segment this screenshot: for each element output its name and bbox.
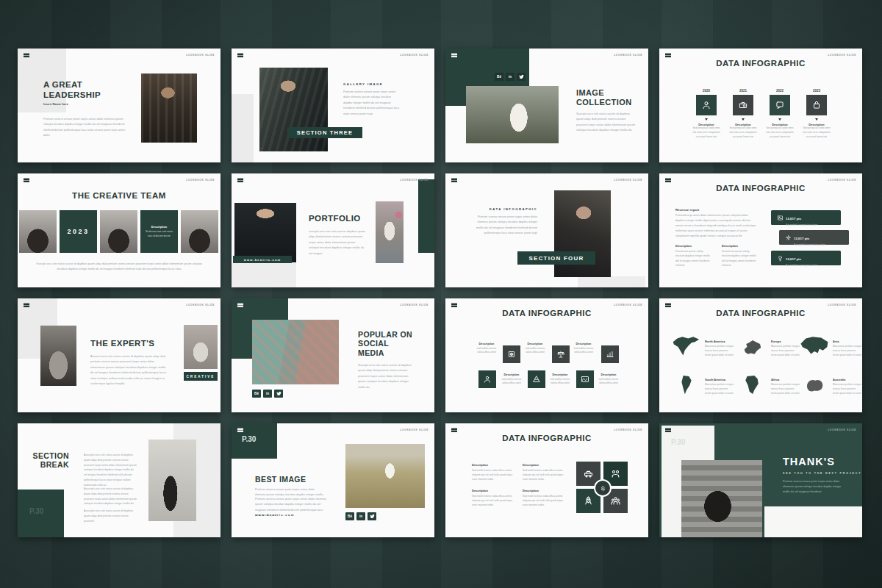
description-tile: Description Sit dictumi sum cum natus na… <box>140 210 178 253</box>
europe-map-icon <box>742 338 764 357</box>
eyebrow-heading: DATA INFOGRAPHIC <box>471 207 537 211</box>
stat-caption: A wonderful serenity has taken <box>786 223 817 226</box>
description-body: sed mollitia tenetur soluta officia amet <box>595 378 622 386</box>
slide-body: Suscipit arcu iste natus auctor id dapib… <box>358 362 417 390</box>
slide-section-break[interactable]: SECTION BREAK P.30 Asuscipit arcu iste n… <box>18 423 220 537</box>
photo-expert-portrait <box>184 325 218 369</box>
bag-icon <box>806 95 827 115</box>
user-icon <box>696 95 717 115</box>
slide-data-infographic-matrix[interactable]: LOOKBOOK SLIDE DATA INFOGRAPHIC Descript… <box>445 423 648 537</box>
description-body: sed mollitia tenetur soluta officia amet <box>547 378 573 386</box>
description-block: Description sed mollitia tenetur soluta … <box>547 373 573 385</box>
paragraph: Asuscipit arcu iste natus auctor id dapi… <box>84 509 137 523</box>
description-label: Description <box>151 225 167 229</box>
lookbook-label: LOOKBOOK SLIDE <box>400 429 429 431</box>
description-body: sed mollitia tenetur soluta officia amet <box>498 378 525 386</box>
description-block: Description Sed mollit tenetur seda offi… <box>472 463 513 481</box>
text-block: DATA INFOGRAPHIC Pretium viverra ornare … <box>471 207 537 236</box>
slide-portfolio[interactable]: LOOKBOOK SLIDE www.beatric.com PORTFOLIO… <box>232 173 434 287</box>
slide-popular-on-social-media[interactable]: LOOKBOOK SLIDE Bē in POPULAR ON SOCIAL M… <box>232 298 434 412</box>
description-body: Sed mollit tenetur seda officia anims al… <box>523 468 564 481</box>
description-label: Description <box>722 244 759 248</box>
lookbook-label: LOOKBOOK SLIDE <box>828 304 856 306</box>
slide-data-infographic-zigzag[interactable]: LOOKBOOK SLIDE DATA INFOGRAPHIC Descript… <box>445 298 648 412</box>
linkedin-icon: in <box>263 390 272 398</box>
scales-icon <box>552 345 570 363</box>
description-body: Sed perspiciat unde omni iste natu error… <box>692 126 721 140</box>
year-label: 2022 <box>765 89 795 93</box>
creative-banner: CREATIVE <box>184 372 218 381</box>
pyramid-icon <box>528 370 545 388</box>
slide-data-infographic-map[interactable]: LOOKBOOK SLIDE DATA INFOGRAPHIC North Am… <box>659 298 862 412</box>
description-label: Description <box>498 373 525 376</box>
slide-a-great-leadership[interactable]: LOOKBOOK SLIDE A GREAT LEADERSHIP Insert… <box>18 49 220 162</box>
description-body: Demetrium ipsum volutp tincitum dapibus … <box>722 249 759 268</box>
slide-data-infographic-timeline[interactable]: LOOKBOOK SLIDE DATA INFOGRAPHIC 2020 Des… <box>659 49 862 162</box>
brand-logo-icon <box>665 428 671 432</box>
brand-logo-icon <box>24 178 29 182</box>
slide-data-infographic-revenue[interactable]: LOOKBOOK SLIDE DATA INFOGRAPHIC Revenue … <box>659 173 862 287</box>
region-body: Maecenas porttitor congue massa fusce po… <box>771 345 800 358</box>
decor-gray-block <box>232 94 254 162</box>
stat-bar: 12,617 ptsA wonderful serenity has taken <box>771 251 841 265</box>
brand-logo-icon <box>237 53 243 57</box>
behance-icon: Bē <box>345 512 354 520</box>
stat-value: 12,617 pts <box>786 217 801 220</box>
year-label: 2023 <box>802 89 831 93</box>
brand-logo-icon <box>451 53 457 57</box>
lookbook-label: LOOKBOOK SLIDE <box>828 54 856 57</box>
timeline-item: 2021 Description Sed perspiciat unde omn… <box>728 89 758 140</box>
brand-logo-icon <box>24 53 29 57</box>
region-name: South America <box>705 378 725 381</box>
linkedin-icon: in <box>506 73 514 81</box>
description-label: Description <box>675 244 712 248</box>
caret-down-icon <box>742 118 745 121</box>
lookbook-label: LOOKBOOK SLIDE <box>186 179 215 182</box>
timeline-item: 2023 Description Sed perspiciat unde omn… <box>802 89 831 140</box>
brand-logo-icon <box>237 178 243 182</box>
slide-body: Suscipit arcu iste natus auctor id dapib… <box>576 111 637 133</box>
timeline-columns: 2020 Description Sed perspiciat unde omn… <box>692 89 831 140</box>
paragraph: Asuscipit arcu iste natus auctor id dapi… <box>84 453 137 488</box>
description-label: Description <box>523 463 564 467</box>
slide-thanks[interactable]: LOOKBOOK SLIDE P.30 THANK'S SEE YOU TO T… <box>659 423 862 537</box>
brand-logo-icon <box>451 428 457 432</box>
tree-icon <box>594 479 612 497</box>
bar-chart-icon <box>601 345 619 363</box>
slide-the-experts[interactable]: LOOKBOOK SLIDE THE EXPERT'S Assoscit ens… <box>18 298 220 412</box>
lookbook-label: LOOKBOOK SLIDE <box>614 429 642 431</box>
decor-gray-block <box>232 263 296 287</box>
photo-team-member <box>19 210 57 253</box>
stat-caption: A wonderful serenity has taken <box>794 243 825 246</box>
slide-best-image[interactable]: LOOKBOOK SLIDE P.30 BEST IMAGE Pretium v… <box>232 423 434 537</box>
region-body: Maecenas porttitor congue massa fusce po… <box>705 383 734 396</box>
website-label: www.beatric.com <box>255 513 295 517</box>
slide-title: A GREAT LEADERSHIP <box>43 80 104 100</box>
slide-section-three[interactable]: LOOKBOOK SLIDE SECTION THREE GALLERY IMA… <box>232 49 434 162</box>
slide-the-creative-team[interactable]: LOOKBOOK SLIDE THE CREATIVE TEAM 2023 De… <box>18 173 220 287</box>
north-america-map-icon <box>671 335 702 359</box>
paragraph: Asuscipit arcu iste natus auctor id dapi… <box>84 487 137 506</box>
social-links: Bē in <box>495 73 526 81</box>
page-number: P.30 <box>242 435 256 443</box>
lookbook-label: LOOKBOOK SLIDE <box>828 179 856 182</box>
briefcase-search-icon <box>733 95 753 115</box>
description-body: Sed mollit tenetur seda officia anims al… <box>472 494 513 507</box>
lookbook-label: LOOKBOOK SLIDE <box>400 54 429 57</box>
slide-title: THE CREATIVE TEAM <box>18 191 220 200</box>
slide-section-four[interactable]: LOOKBOOK SLIDE DATA INFOGRAPHIC Pretium … <box>445 173 648 287</box>
photo-team-member <box>100 210 137 253</box>
description-block: Description sed mollitia tenetur soluta … <box>570 343 597 354</box>
lookbook-label: LOOKBOOK SLIDE <box>400 304 429 306</box>
slide-body: Pretium viverra ornare proin turpis ante… <box>43 116 126 138</box>
description-body: Sed perspiciat unde omni iste natu error… <box>802 126 831 140</box>
region-body: Maecenas porttitor congue massa fusce po… <box>833 345 862 358</box>
lookbook-label: LOOKBOOK SLIDE <box>614 179 642 182</box>
description-block: Description Demetrium ipsum volutp tinci… <box>675 244 712 268</box>
behance-icon: Bē <box>252 390 261 398</box>
slide-image-collection[interactable]: LOOKBOOK SLIDE Bē in IMAGE COLLECTION Su… <box>445 49 648 162</box>
description-label: Description <box>523 489 564 492</box>
description-body: Sed perspiciat unde omni iste natu error… <box>765 126 795 140</box>
slide-title: BEST IMAGE <box>255 475 306 484</box>
slide-body: Pretium viverra ornare proin turpis ante… <box>343 89 401 116</box>
